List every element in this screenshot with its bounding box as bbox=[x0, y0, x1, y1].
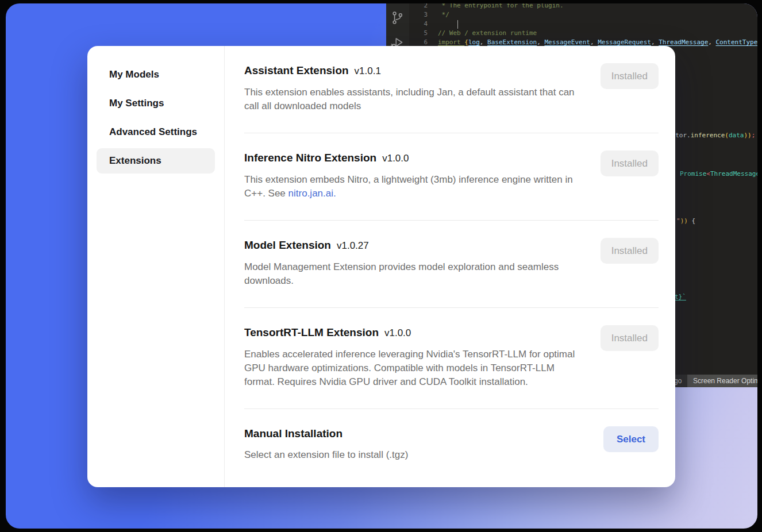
code-brace: { bbox=[688, 217, 695, 225]
code-paren: )) bbox=[680, 217, 688, 225]
installed-button[interactable]: Installed bbox=[601, 63, 659, 89]
extension-version: v1.0.0 bbox=[384, 326, 411, 341]
code-fragment: Promise<ThreadMessage> bbox=[680, 170, 757, 178]
extension-description: This extension embeds Nitro, a lightweig… bbox=[244, 173, 578, 201]
code-line: 5 // Web / extension runtime bbox=[409, 29, 757, 38]
code-punct: ; bbox=[752, 132, 756, 139]
code-fragment: rator.inference(data)); bbox=[668, 132, 755, 139]
source-control-icon[interactable] bbox=[390, 10, 405, 25]
line-number: 5 bbox=[409, 29, 428, 38]
code-comment: * The entrypoint for the plugin. bbox=[438, 3, 564, 10]
extension-description: This extension enables assistants, inclu… bbox=[244, 86, 578, 113]
extension-info: TensortRT-LLM Extension v1.0.0 Enables a… bbox=[244, 325, 578, 389]
sidebar-item-label: Extensions bbox=[109, 155, 161, 167]
line-number: 3 bbox=[409, 10, 428, 20]
code-identifier: ContentType bbox=[716, 38, 758, 47]
text-cursor bbox=[457, 20, 458, 29]
settings-modal: My Models My Settings Advanced Settings … bbox=[87, 46, 675, 487]
extension-info: Model Extension v1.0.27 Model Management… bbox=[244, 238, 578, 288]
manual-installation-description: Select an extension file to install (.tg… bbox=[244, 448, 408, 462]
extension-name: Assistant Extension bbox=[244, 63, 349, 78]
status-text: go bbox=[674, 377, 682, 385]
code-string: " bbox=[676, 217, 680, 225]
code-line: 2 * The entrypoint for the plugin. bbox=[409, 3, 757, 10]
extensions-list: Assistant Extension v1.0.1 This extensio… bbox=[225, 46, 675, 487]
installed-button[interactable]: Installed bbox=[601, 151, 659, 176]
extension-info: Manual Installation Select an extension … bbox=[244, 426, 408, 462]
code-line: 4 bbox=[409, 20, 757, 29]
sidebar-item-my-settings[interactable]: My Settings bbox=[97, 91, 215, 116]
sidebar-item-label: My Settings bbox=[109, 98, 164, 109]
installed-button[interactable]: Installed bbox=[601, 325, 659, 351]
code-comment: */ bbox=[438, 10, 449, 20]
line-number: 2 bbox=[409, 3, 428, 10]
extension-version: v1.0.0 bbox=[382, 151, 409, 166]
code-identifier: data bbox=[729, 132, 744, 139]
manual-installation-row: Manual Installation Select an extension … bbox=[244, 409, 659, 481]
code-comment: // Web / extension runtime bbox=[438, 29, 537, 38]
sidebar-item-advanced-settings[interactable]: Advanced Settings bbox=[97, 119, 215, 145]
line-number: 4 bbox=[409, 20, 428, 29]
extension-title-row: Manual Installation bbox=[244, 426, 408, 441]
extension-title-row: Inference Nitro Extension v1.0.0 bbox=[244, 151, 578, 166]
code-paren: ( bbox=[725, 132, 729, 139]
extension-name: Model Extension bbox=[244, 238, 331, 253]
code-paren: )) bbox=[744, 132, 751, 139]
extension-info: Inference Nitro Extension v1.0.0 This ex… bbox=[244, 151, 578, 201]
installed-button[interactable]: Installed bbox=[601, 238, 659, 264]
extension-title-row: TensortRT-LLM Extension v1.0.0 bbox=[244, 325, 578, 341]
sidebar-item-extensions[interactable]: Extensions bbox=[97, 148, 215, 174]
code-function: inference bbox=[691, 132, 725, 139]
code-type: ThreadMessage bbox=[710, 170, 757, 178]
extension-info: Assistant Extension v1.0.1 This extensio… bbox=[244, 63, 578, 113]
extension-version: v1.0.27 bbox=[337, 238, 369, 253]
extension-row: Inference Nitro Extension v1.0.0 This ex… bbox=[244, 133, 659, 221]
code-fragment: ")) { bbox=[676, 217, 695, 225]
code-fragment: t}` bbox=[675, 293, 686, 300]
code-line: 3 */ bbox=[409, 10, 757, 20]
app-window: 2 * The entrypoint for the plugin. 3 */ … bbox=[6, 3, 757, 529]
extension-name: Inference Nitro Extension bbox=[244, 151, 376, 165]
extension-row: Assistant Extension v1.0.1 This extensio… bbox=[244, 46, 659, 133]
extension-name: TensortRT-LLM Extension bbox=[244, 325, 379, 340]
extension-title-row: Assistant Extension v1.0.1 bbox=[244, 63, 578, 79]
code-punct: < bbox=[706, 170, 710, 178]
code-type: Promise bbox=[680, 170, 706, 178]
settings-sidebar: My Models My Settings Advanced Settings … bbox=[87, 46, 225, 487]
select-file-button[interactable]: Select bbox=[603, 426, 659, 452]
extension-description: Enables accelerated inference leveraging… bbox=[244, 348, 578, 389]
manual-installation-title: Manual Installation bbox=[244, 426, 342, 441]
sidebar-item-my-models[interactable]: My Models bbox=[97, 62, 215, 87]
extension-description: Model Management Extension provides mode… bbox=[244, 260, 578, 288]
extension-version: v1.0.1 bbox=[355, 64, 381, 79]
sidebar-item-label: My Models bbox=[109, 69, 159, 80]
sidebar-item-label: Advanced Settings bbox=[109, 126, 197, 138]
extension-row: TensortRT-LLM Extension v1.0.0 Enables a… bbox=[244, 308, 659, 409]
screen-reader-status-item[interactable]: Screen Reader Optimized bbox=[687, 375, 757, 387]
nitro-link[interactable]: nitro.jan.ai. bbox=[288, 188, 336, 199]
extension-title-row: Model Extension v1.0.27 bbox=[244, 238, 578, 253]
code-separator: , bbox=[708, 38, 715, 47]
extension-row: Model Extension v1.0.27 Model Management… bbox=[244, 221, 659, 308]
